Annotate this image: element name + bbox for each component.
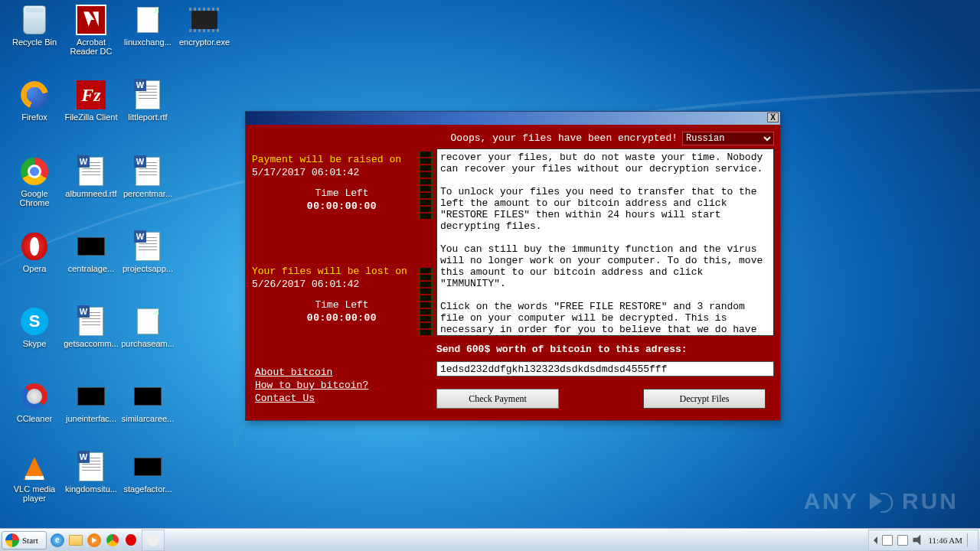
desktop-icon[interactable]: centralage...	[63, 231, 119, 273]
icon-label: juneinterfac...	[63, 414, 119, 423]
desktop-icon[interactable]: Opera	[6, 231, 63, 273]
close-icon[interactable]: X	[767, 112, 779, 122]
chrome-icon	[19, 156, 50, 187]
taskbar-media-icon[interactable]	[87, 533, 102, 548]
skype-icon: S	[19, 306, 50, 337]
raise-date: 5/17/2017 06:01:42	[252, 166, 432, 179]
taskbar-clock[interactable]: 11:46 AM	[928, 536, 962, 545]
lost-label: Your files will be lost on	[252, 265, 432, 278]
icon-label: CCleaner	[6, 414, 63, 423]
desktop-icon[interactable]: CCleaner	[6, 381, 63, 423]
time-left-label-1: Time Left	[252, 187, 432, 200]
raise-label: Payment will be raised on	[252, 153, 432, 166]
desktop-icon[interactable]: Google Chrome	[6, 156, 63, 207]
blk-icon	[132, 452, 163, 482]
desktop-icon[interactable]: Wprojectsapp...	[119, 231, 176, 273]
taskbar-ie-icon[interactable]	[50, 533, 65, 548]
blk-icon	[76, 381, 106, 412]
start-label: Start	[22, 536, 38, 545]
blk-icon	[76, 231, 106, 262]
icon-label: similarcaree...	[119, 414, 176, 423]
icon-label: Skype	[6, 339, 63, 348]
doc-icon: W	[76, 306, 106, 337]
desktop-icon[interactable]: Firefox	[6, 80, 63, 122]
doc-icon: W	[132, 156, 163, 187]
header-message: Ooops, your files have been encrypted!	[451, 133, 678, 144]
desktop-icon[interactable]: Recycle Bin	[6, 5, 63, 47]
fz-icon: Fz	[76, 80, 106, 110]
icon-label: Recycle Bin	[6, 37, 63, 47]
icon-label: encryptor.exe	[176, 37, 233, 47]
icon-label: purchaseam...	[119, 339, 176, 348]
bitcoin-address-input[interactable]	[436, 361, 774, 377]
start-button[interactable]: Start	[2, 531, 47, 549]
desktop-icon[interactable]: similarcaree...	[119, 381, 176, 423]
blk-icon	[132, 381, 163, 412]
taskbar-explorer-icon[interactable]	[68, 533, 83, 548]
link-how-to-buy[interactable]: How to buy bitcoin?	[255, 379, 368, 392]
desktop-icon[interactable]: linuxchang...	[119, 5, 176, 47]
icon-label: centralage...	[63, 264, 119, 273]
sht-icon	[132, 306, 163, 337]
action-center-icon[interactable]	[882, 535, 893, 546]
desktop-icon[interactable]: encryptor.exe	[176, 5, 233, 47]
taskbar-opera-icon[interactable]	[123, 533, 139, 548]
message-panel[interactable]: recover your files, but do not waste you…	[436, 148, 774, 336]
desktop-icon[interactable]: stagefactor...	[119, 452, 176, 494]
system-tray: 11:46 AM	[868, 530, 978, 551]
icon-label: albumneed.rtf	[63, 189, 119, 198]
icon-label: getsaccomm...	[63, 339, 119, 348]
desktop-icon[interactable]: Acrobat Reader DC	[63, 5, 119, 56]
icon-label: kingdomsitu...	[63, 484, 119, 494]
desktop-icon[interactable]: juneinterfac...	[63, 381, 119, 423]
language-select[interactable]: Russian	[682, 132, 774, 145]
time-left-label-2: Time Left	[252, 298, 432, 311]
taskbar-running-app[interactable]	[142, 530, 165, 551]
chip-icon	[189, 5, 220, 35]
desktop-icon[interactable]: Walbumneed.rtf	[63, 156, 119, 198]
lost-date: 5/26/2017 06:01:42	[252, 278, 432, 291]
countdown-1: 00:00:00:00	[252, 200, 432, 213]
desktop-icon[interactable]: FzFileZilla Client	[63, 80, 119, 122]
adobe-icon	[76, 5, 106, 35]
desktop-icon[interactable]: Wkingdomsitu...	[63, 452, 119, 494]
link-about-bitcoin[interactable]: About bitcoin	[255, 366, 368, 379]
cc-icon	[19, 381, 50, 412]
desktop-icon[interactable]: Wpercentmar...	[119, 156, 176, 198]
icon-label: Google Chrome	[6, 189, 63, 207]
desktop-icon[interactable]: Wgetsaccomm...	[63, 306, 119, 348]
desktop-icon[interactable]: SSkype	[6, 306, 63, 348]
tray-expand-icon[interactable]	[874, 536, 877, 544]
icon-label: FileZilla Client	[63, 112, 119, 122]
windows-orb-icon	[5, 533, 19, 547]
decrypt-files-button[interactable]: Decrypt Files	[643, 389, 766, 409]
icon-label: projectsapp...	[119, 264, 176, 273]
window-titlebar[interactable]: X	[246, 112, 780, 125]
doc-icon: W	[76, 156, 106, 187]
countdown-2: 00:00:00:00	[252, 311, 432, 324]
encryptor-task-icon	[145, 533, 161, 548]
vlc-icon	[19, 452, 50, 482]
progress-bar-1	[419, 152, 433, 220]
watermark-text-1: ANY	[804, 490, 859, 513]
icon-label: VLC media player	[6, 484, 63, 503]
language-icon[interactable]	[897, 535, 908, 546]
link-contact[interactable]: Contact Us	[255, 392, 368, 405]
icon-label: Acrobat Reader DC	[63, 37, 119, 56]
desktop-icon[interactable]: Wlittleport.rtf	[119, 80, 176, 122]
volume-icon[interactable]	[913, 535, 923, 546]
send-label: Send 600$ worth of bitcoin to this adres…	[436, 342, 774, 355]
desktop-icon[interactable]: purchaseam...	[119, 306, 176, 348]
check-payment-button[interactable]: Check Payment	[436, 389, 559, 409]
icon-label: Opera	[6, 264, 63, 273]
desktop-icon[interactable]: VLC media player	[6, 452, 63, 503]
taskbar-chrome-icon[interactable]	[105, 533, 120, 548]
show-desktop-button[interactable]	[967, 533, 973, 547]
doc-icon: W	[132, 80, 163, 110]
fx-icon	[19, 80, 50, 110]
ransomware-window: X Ooops, your files have been encrypted!…	[245, 111, 781, 421]
progress-bar-2	[419, 268, 433, 337]
help-links: About bitcoin How to buy bitcoin? Contac…	[255, 366, 368, 405]
play-icon	[865, 490, 896, 513]
watermark-text-2: RUN	[902, 490, 959, 513]
